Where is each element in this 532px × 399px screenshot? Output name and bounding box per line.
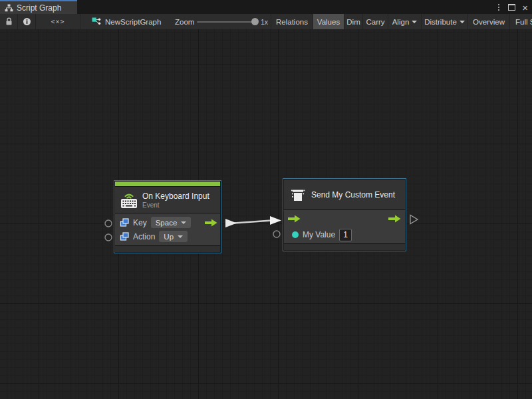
graph-hierarchy-icon [5,4,13,12]
maximize-icon[interactable] [508,4,515,11]
node-title: On Keyboard Input [142,192,209,201]
menu-icon[interactable] [496,3,501,11]
angle-brackets-icon: <×> [51,18,65,25]
node-header[interactable]: On Keyboard Input Event [115,187,220,213]
node-header[interactable]: Send My Custom Event [284,180,405,209]
zoom-slider-track[interactable] [197,21,258,23]
flow-input-arrow-icon[interactable] [288,215,301,223]
zoom-label: Zoom [175,14,194,29]
node-footer [284,244,405,250]
align-button[interactable]: Align [388,14,421,29]
graph-name-label: NewScriptGraph [105,18,161,26]
chevron-down-icon [178,235,183,238]
connection-wire[interactable] [234,221,271,223]
port-row-action: Action Up [115,229,220,243]
port-label-key: Key [133,218,147,227]
graph-asset-icon [92,17,101,26]
carry-button[interactable]: Carry [362,14,388,29]
chevron-down-icon [412,21,417,23]
port-label-myvalue: My Value [303,230,335,239]
value-port-dot[interactable] [292,231,299,238]
values-button[interactable]: Values [313,14,344,29]
node-send-my-custom-event[interactable]: Send My Custom Event My Value 1 [283,178,406,251]
overview-button[interactable]: Overview [467,14,509,29]
custom-event-icon [290,187,306,203]
port-row-key: Key Space [115,215,220,229]
info-button[interactable] [18,14,35,29]
tab-title: Script Graph [17,3,61,13]
port-row-myvalue: My Value 1 [284,227,405,243]
flow-row [284,211,405,227]
code-view-button[interactable]: <×> [36,14,80,29]
chevron-down-icon [460,21,465,23]
value-type-icon [120,232,129,241]
action-dropdown[interactable]: Up [159,231,188,242]
close-icon[interactable]: × [522,3,528,12]
key-dropdown[interactable]: Space [151,217,192,228]
toolbar-buttons: Relations Values Dim Carry Align Distrib… [271,14,532,29]
port-circle-myvalue[interactable] [273,231,280,237]
flow-output-arrow-icon[interactable] [388,215,401,223]
tab-script-graph[interactable]: Script Graph [0,0,77,14]
node-footer [115,246,220,252]
zoom-value: 1x [261,14,268,29]
tab-focus-accent [0,0,77,1]
lock-button[interactable] [0,14,17,29]
keyboard-icon [120,192,138,209]
graph-name[interactable]: NewScriptGraph [92,14,161,29]
window-controls: × [496,3,528,12]
myvalue-input[interactable]: 1 [339,229,352,241]
port-circle-action[interactable] [105,234,112,241]
info-icon [23,17,31,26]
node-on-keyboard-input[interactable]: On Keyboard Input Event Key Space Action… [114,180,221,253]
value-type-icon [120,218,129,227]
zoom-slider-handle[interactable] [251,18,259,25]
lock-icon [5,17,13,26]
toolbar: <×> NewScriptGraph Zoom 1x Relations Val… [0,14,532,29]
relations-button[interactable]: Relations [271,14,313,29]
event-accent-strip [115,182,220,186]
fullscreen-button[interactable]: Full S [509,14,532,29]
node-output-triangle[interactable] [410,215,418,224]
dim-button[interactable]: Dim [344,14,362,29]
connection-start-cap[interactable] [225,219,237,227]
node-title: Send My Custom Event [311,190,395,200]
distribute-button[interactable]: Distribute [421,14,467,29]
port-label-action: Action [133,232,155,241]
connections-overlay [0,29,532,399]
tab-bar: Script Graph × [0,0,532,14]
node-body: My Value 1 [284,210,405,243]
node-body: Key Space Action Up [115,213,220,245]
node-subtitle: Event [142,201,209,209]
chevron-down-icon [181,221,186,224]
port-circle-key[interactable] [105,220,112,227]
connection-arrowhead[interactable] [270,216,281,225]
flow-output-arrow-icon[interactable] [205,219,217,227]
